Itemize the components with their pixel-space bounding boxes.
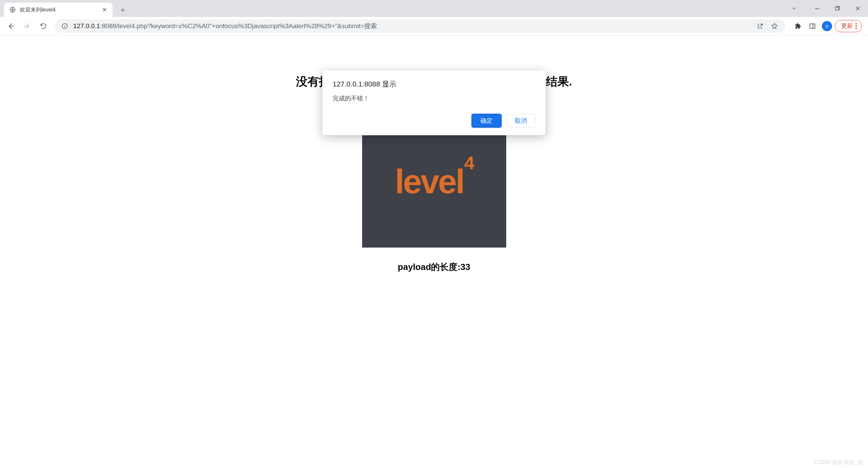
update-label: 更新	[841, 22, 853, 30]
close-window-button[interactable]	[848, 0, 868, 17]
globe-icon	[9, 6, 16, 14]
new-tab-button[interactable]: ＋	[117, 4, 129, 16]
bookmark-star-icon[interactable]	[770, 19, 779, 34]
toolbar-right: n 更新	[791, 19, 865, 34]
tab-bar: 欢迎来到level4 ✕ ＋	[0, 0, 868, 17]
js-alert-dialog: 127.0.0.1:8088 显示 完成的不错！ 确定 取消	[322, 71, 546, 135]
payload-length: payload的长度:33	[0, 261, 868, 273]
svg-rect-2	[835, 7, 839, 10]
url-port: :8088	[100, 22, 116, 30]
back-button[interactable]	[3, 19, 18, 34]
alert-ok-button[interactable]: 确定	[472, 114, 501, 128]
reload-button[interactable]	[36, 19, 51, 34]
profile-avatar[interactable]: n	[822, 21, 832, 31]
alert-buttons: 确定 取消	[333, 114, 535, 128]
svg-rect-1	[815, 8, 819, 9]
level-word: level	[395, 162, 463, 200]
browser-tab[interactable]: 欢迎来到level4 ✕	[4, 3, 113, 17]
close-tab-icon[interactable]: ✕	[101, 6, 108, 13]
level-logo-text: level4	[395, 162, 473, 201]
nav-bar: 127.0.0.1:8088/level4.php?keyword=x%C2%A…	[0, 17, 868, 35]
maximize-button[interactable]	[827, 0, 848, 17]
profile-initial: n	[826, 23, 828, 29]
update-button[interactable]: 更新	[835, 20, 862, 32]
menu-dots-icon	[855, 23, 857, 29]
svg-rect-4	[810, 24, 815, 28]
minimize-button[interactable]	[807, 0, 827, 17]
browser-window: 欢迎来到level4 ✕ ＋	[0, 0, 868, 468]
alert-cancel-button[interactable]: 取消	[506, 114, 535, 128]
side-panel-icon[interactable]	[806, 19, 819, 34]
site-info-icon[interactable]	[61, 22, 68, 30]
page-content: 没有找到​ 的结果. 搜索 level4 payload的长度:33 127.0…	[0, 35, 868, 468]
share-icon[interactable]	[755, 19, 765, 34]
forward-button[interactable]	[20, 19, 35, 34]
level-number: 4	[464, 153, 473, 173]
url-path: /level4.php?keyword=x%C2%A0"+onfocus%3Dj…	[116, 22, 377, 30]
address-bar[interactable]: 127.0.0.1:8088/level4.php?keyword=x%C2%A…	[55, 19, 785, 33]
tabs-dropdown-icon[interactable]	[784, 0, 804, 17]
watermark: CSDN @奈何@_@	[814, 459, 863, 466]
url-text: 127.0.0.1:8088/level4.php?keyword=x%C2%A…	[73, 22, 751, 31]
extensions-icon[interactable]	[791, 19, 805, 34]
alert-message: 完成的不错！	[333, 94, 535, 102]
url-host: 127.0.0.1	[73, 22, 100, 30]
alert-title: 127.0.0.1:8088 显示	[333, 79, 535, 89]
tab-title: 欢迎来到level4	[20, 6, 98, 14]
window-controls	[784, 0, 868, 17]
